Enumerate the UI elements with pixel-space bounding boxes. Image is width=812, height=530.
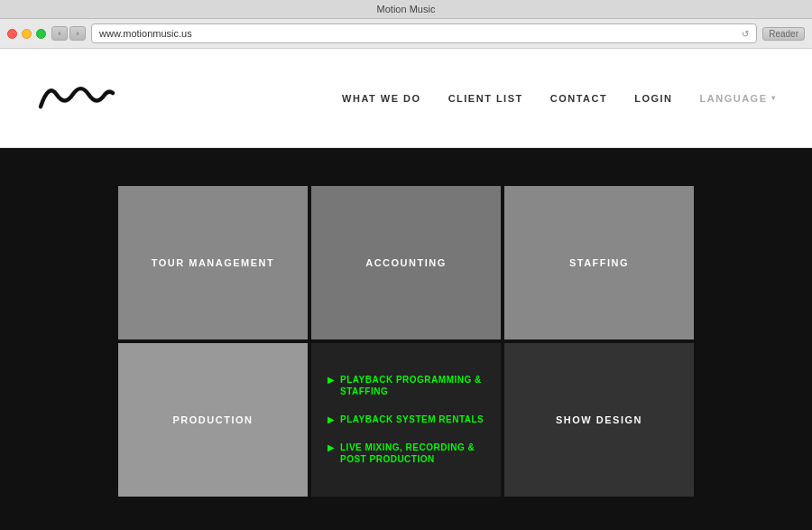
grid-cell-staffing[interactable]: STAFFING bbox=[504, 186, 694, 339]
minimize-button[interactable] bbox=[22, 29, 32, 39]
back-button[interactable]: ‹ bbox=[51, 26, 68, 41]
grid-cell-tour-management[interactable]: TOUR MANAGEMENT bbox=[118, 186, 308, 339]
grid-cell-accounting[interactable]: ACCOUNTING bbox=[311, 186, 501, 339]
grid-cell-production[interactable]: PRODUCTION bbox=[118, 343, 308, 497]
nav-language[interactable]: LANGUAGE ▾ bbox=[700, 93, 776, 104]
main-content: TOUR MANAGEMENT ACCOUNTING STAFFING PROD… bbox=[0, 148, 812, 530]
services-grid: TOUR MANAGEMENT ACCOUNTING STAFFING PROD… bbox=[118, 186, 694, 497]
title-bar: Motion Music bbox=[0, 0, 812, 19]
green-items-list: ▶ PLAYBACK PROGRAMMING & STAFFING ▶ PLAY… bbox=[328, 374, 484, 465]
grid-cell-show-design[interactable]: SHOW DESIGN bbox=[504, 343, 694, 497]
staffing-label: STAFFING bbox=[569, 257, 629, 268]
site-nav: WHAT WE DO CLIENT LIST CONTACT LOGIN LAN… bbox=[342, 93, 776, 104]
live-mixing-label: LIVE MIXING, RECORDING & POST PRODUCTION bbox=[340, 442, 484, 465]
playback-programming-label: PLAYBACK PROGRAMMING & STAFFING bbox=[340, 374, 484, 397]
site-header: WHAT WE DO CLIENT LIST CONTACT LOGIN LAN… bbox=[0, 49, 812, 148]
show-design-label: SHOW DESIGN bbox=[556, 414, 642, 425]
playback-rentals-label: PLAYBACK SYSTEM RENTALS bbox=[340, 414, 484, 425]
nav-contact[interactable]: CONTACT bbox=[550, 93, 607, 104]
production-label: PRODUCTION bbox=[173, 414, 254, 425]
list-item[interactable]: ▶ LIVE MIXING, RECORDING & POST PRODUCTI… bbox=[328, 442, 484, 465]
address-input[interactable] bbox=[99, 28, 742, 39]
reader-button[interactable]: Reader bbox=[762, 27, 805, 41]
nav-client-list[interactable]: CLIENT LIST bbox=[448, 93, 523, 104]
traffic-lights bbox=[7, 29, 46, 39]
toolbar: ‹ › ↺ Reader bbox=[0, 19, 812, 48]
accounting-label: ACCOUNTING bbox=[365, 257, 447, 268]
nav-what-we-do[interactable]: WHAT WE DO bbox=[342, 93, 421, 104]
arrow-icon: ▶ bbox=[328, 414, 335, 424]
chevron-down-icon: ▾ bbox=[771, 94, 777, 102]
maximize-button[interactable] bbox=[36, 29, 46, 39]
browser-chrome: Motion Music ‹ › ↺ Reader bbox=[0, 0, 812, 49]
nav-login[interactable]: LOGIN bbox=[634, 93, 672, 104]
grid-cell-playback-services[interactable]: ▶ PLAYBACK PROGRAMMING & STAFFING ▶ PLAY… bbox=[311, 343, 501, 497]
list-item[interactable]: ▶ PLAYBACK SYSTEM RENTALS bbox=[328, 414, 484, 425]
website: WHAT WE DO CLIENT LIST CONTACT LOGIN LAN… bbox=[0, 49, 812, 530]
logo-icon bbox=[36, 79, 117, 115]
nav-buttons: ‹ › bbox=[51, 26, 86, 41]
browser-title: Motion Music bbox=[377, 4, 436, 14]
tour-management-label: TOUR MANAGEMENT bbox=[152, 257, 275, 268]
arrow-icon: ▶ bbox=[328, 375, 335, 385]
logo-area bbox=[36, 79, 117, 118]
forward-button[interactable]: › bbox=[69, 26, 86, 41]
reload-icon[interactable]: ↺ bbox=[742, 29, 749, 39]
arrow-icon: ▶ bbox=[328, 442, 335, 452]
close-button[interactable] bbox=[7, 29, 17, 39]
list-item[interactable]: ▶ PLAYBACK PROGRAMMING & STAFFING bbox=[328, 374, 484, 397]
address-bar-container[interactable]: ↺ bbox=[91, 23, 757, 43]
